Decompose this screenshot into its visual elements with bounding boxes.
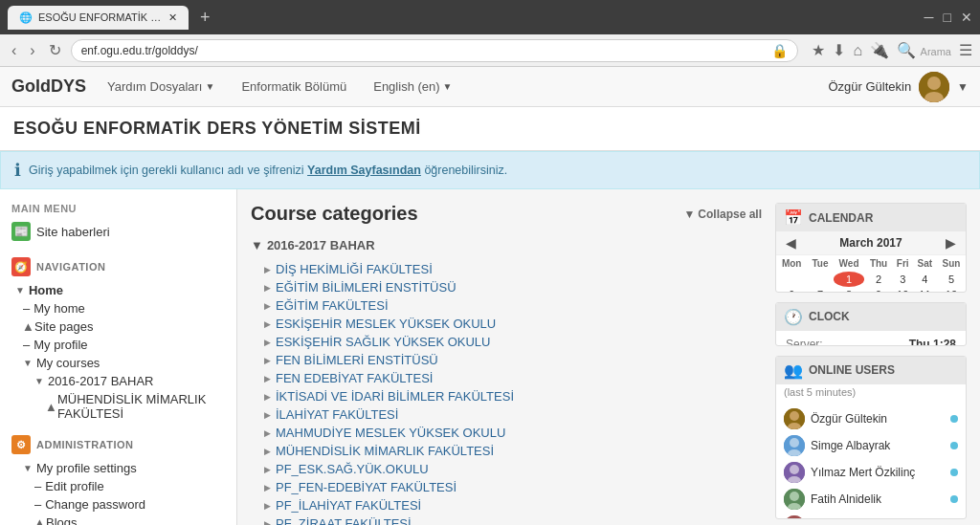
calendar-body: 1 2 3 4 5 6 7 8 9 10 11 bbox=[776, 272, 966, 293]
user-name-fatih: Fatih Alnidelik bbox=[811, 492, 881, 506]
main-menu-label: MAIN MENU bbox=[0, 197, 236, 218]
browser-tab[interactable]: 🌐 ESOĞU ENFORMATİK DER... ✕ bbox=[8, 6, 189, 30]
nav-my-profile[interactable]: – My profile bbox=[0, 336, 236, 354]
sidebar-item-site-news[interactable]: 📰 Site haberleri bbox=[0, 218, 236, 245]
muhendislik-arrow: ▶ bbox=[45, 403, 56, 410]
svg-point-16 bbox=[790, 518, 799, 519]
online-user-item[interactable]: Özgür Gültekin bbox=[776, 405, 966, 432]
nav-edit-profile[interactable]: – Edit profile bbox=[0, 477, 236, 495]
nav-change-password[interactable]: – Change password bbox=[0, 495, 236, 514]
help-dropdown-arrow: ▼ bbox=[205, 81, 214, 92]
course-categories: Course categories ▼ Collapse all ▼ 2016-… bbox=[251, 203, 762, 519]
list-item[interactable]: ESKİŞEHİR SAĞLIK YÜKSEK OKULU bbox=[251, 333, 762, 351]
user-status-dot bbox=[950, 415, 958, 423]
reload-button[interactable]: ↻ bbox=[45, 39, 65, 61]
online-user-item[interactable]: Simge Albayrak bbox=[776, 432, 966, 459]
change-password-dash: – bbox=[34, 497, 41, 512]
online-users-icon: 👥 bbox=[784, 361, 803, 380]
calendar-title: CALENDAR bbox=[809, 211, 873, 225]
svg-point-10 bbox=[790, 465, 799, 474]
cal-day-sun: Sun bbox=[937, 255, 966, 272]
page-header: ESOĞU ENFORMATİK DERS YÖNETİM SİSTEMİ bbox=[0, 107, 980, 151]
menu-icon[interactable]: ☰ bbox=[959, 41, 972, 59]
nav-language[interactable]: English (en) ▼ bbox=[368, 76, 457, 98]
download-icon[interactable]: ⬇ bbox=[833, 41, 845, 59]
site-pages-arrow: ▶ bbox=[22, 323, 33, 331]
user-name-yilmaz: Yılmaz Mert Özkilinç bbox=[811, 466, 915, 479]
maximize-button[interactable]: □ bbox=[944, 10, 951, 25]
home-icon[interactable]: ⌂ bbox=[853, 42, 862, 59]
navigation-tree: ▼ Home – My home ▶ Site pages – My profi… bbox=[0, 281, 236, 423]
nav-enf-bolumu[interactable]: Enformatik Bölümü bbox=[235, 76, 352, 98]
banner-link[interactable]: Yardım Sayfasından bbox=[307, 164, 421, 177]
course-list: DİŞ HEKİMLİĞİ FAKÜLTESİ EĞİTİM BİLİMLERİ… bbox=[251, 260, 762, 525]
list-item[interactable]: EĞİTİM BİLİMLERİ ENSTİTÜSÜ bbox=[251, 278, 762, 296]
site-news-label: Site haberleri bbox=[36, 225, 110, 239]
online-user-item[interactable]: Metin Atmaca bbox=[776, 513, 966, 519]
list-item[interactable]: İKTİSADİ VE İDARİ BİLİMLER FAKÜLTESİ bbox=[251, 387, 762, 405]
list-item[interactable]: FEN BİLİMLERİ ENSTİTÜSÜ bbox=[251, 351, 762, 369]
extension-icon[interactable]: 🔌 bbox=[870, 41, 889, 59]
nav-muhendislik[interactable]: ▶ MÜHENDİSLİK MİMARLIK FAKÜLTESİ bbox=[0, 390, 236, 423]
svg-point-7 bbox=[790, 438, 799, 448]
nav-home[interactable]: ▼ Home bbox=[0, 281, 236, 299]
online-user-item[interactable]: Fatih Alnidelik bbox=[776, 486, 966, 513]
year-header[interactable]: ▼ 2016-2017 BAHAR bbox=[251, 234, 762, 256]
online-user-item[interactable]: Yılmaz Mert Özkilinç bbox=[776, 459, 966, 486]
bookmark-icon[interactable]: ★ bbox=[812, 41, 825, 59]
back-button[interactable]: ‹ bbox=[8, 40, 20, 61]
user-menu-arrow[interactable]: ▼ bbox=[957, 80, 969, 94]
clock-server-row: Server: Thu 1:28 bbox=[786, 337, 956, 346]
list-item[interactable]: İLAHİYAT FAKÜLTESİ bbox=[251, 405, 762, 424]
nav-my-courses[interactable]: ▼ My courses bbox=[0, 354, 236, 372]
forward-button[interactable]: › bbox=[26, 40, 38, 61]
user-avatar[interactable] bbox=[919, 72, 949, 102]
clock-title: CLOCK bbox=[809, 310, 850, 323]
online-users-title: ONLINE USERS bbox=[809, 363, 895, 377]
nav-profile-settings[interactable]: ▼ My profile settings bbox=[0, 459, 236, 477]
cal-day-fri: Fri bbox=[893, 255, 913, 272]
user-status-dot bbox=[950, 495, 958, 503]
list-item[interactable]: MAHMUDİYE MESLEK YÜKSEK OKULU bbox=[251, 424, 762, 442]
tab-close-button[interactable]: ✕ bbox=[168, 11, 177, 24]
cal-day-sat: Sat bbox=[913, 255, 937, 272]
nav-site-pages[interactable]: ▶ Site pages bbox=[0, 317, 236, 336]
user-avatar-fatih bbox=[784, 489, 805, 510]
search-bar[interactable]: 🔍 Arama bbox=[897, 41, 951, 59]
user-avatar-yilmaz bbox=[784, 462, 805, 483]
list-item[interactable]: PF_ESK.SAĞ.YÜK.OKULU bbox=[251, 460, 762, 478]
admin-tree: ▼ My profile settings – Edit profile – C… bbox=[0, 459, 236, 525]
collapse-all-button[interactable]: ▼ Collapse all bbox=[683, 208, 762, 221]
my-profile-dash: – bbox=[23, 338, 30, 352]
cal-cell-today[interactable]: 1 bbox=[834, 272, 865, 287]
calendar-table: Mon Tue Wed Thu Fri Sat Sun bbox=[776, 255, 966, 293]
list-item[interactable]: PF_ZİRAAT FAKÜLTESİ bbox=[251, 514, 762, 525]
address-bar[interactable]: enf.ogu.edu.tr/golddys/ 🔒 bbox=[71, 39, 799, 62]
list-item[interactable]: PF_İLAHİYAT FAKÜLTESİ bbox=[251, 496, 762, 514]
nav-blogs[interactable]: ▶ Blogs bbox=[0, 514, 236, 525]
user-area: Özgür Gültekin ▼ bbox=[828, 72, 969, 102]
minimize-button[interactable]: ─ bbox=[924, 10, 934, 25]
close-button[interactable]: ✕ bbox=[961, 10, 972, 25]
new-tab-button[interactable]: + bbox=[200, 8, 211, 28]
list-item[interactable]: PF_FEN-EDEBİYAT FAKÜLTESİ bbox=[251, 478, 762, 496]
calendar-prev-button[interactable]: ◀ bbox=[782, 235, 800, 251]
calendar-widget: 📅 CALENDAR ◀ March 2017 ▶ Mon Tue Wed Th… bbox=[775, 203, 967, 293]
nav-help-docs[interactable]: Yardım Dosyaları ▼ bbox=[101, 76, 220, 98]
list-item[interactable]: MÜHENDİSLİK MİMARLIK FAKÜLTESİ bbox=[251, 442, 762, 460]
clock-widget: 🕐 CLOCK Server: Thu 1:28 You: Thu 1:27 bbox=[775, 302, 967, 346]
bahar-expand: ▼ bbox=[34, 376, 44, 386]
nav-2016-bahar[interactable]: ▼ 2016-2017 BAHAR bbox=[0, 372, 236, 390]
calendar-next-button[interactable]: ▶ bbox=[942, 235, 960, 251]
url-text: enf.ogu.edu.tr/golddys/ bbox=[81, 44, 772, 57]
list-item[interactable]: ESKİŞEHİR MESLEK YÜKSEK OKULU bbox=[251, 315, 762, 333]
my-home-dash: – bbox=[23, 301, 30, 316]
user-status-dot bbox=[950, 442, 958, 449]
list-item[interactable]: FEN EDEBİYAT FAKÜLTESİ bbox=[251, 369, 762, 387]
list-item[interactable]: EĞİTİM FAKÜLTESİ bbox=[251, 296, 762, 315]
cal-day-tue: Tue bbox=[807, 255, 833, 272]
user-avatar-simge bbox=[784, 435, 805, 456]
list-item[interactable]: DİŞ HEKİMLİĞİ FAKÜLTESİ bbox=[251, 260, 762, 278]
user-status-dot bbox=[950, 469, 958, 476]
nav-my-home[interactable]: – My home bbox=[0, 299, 236, 317]
